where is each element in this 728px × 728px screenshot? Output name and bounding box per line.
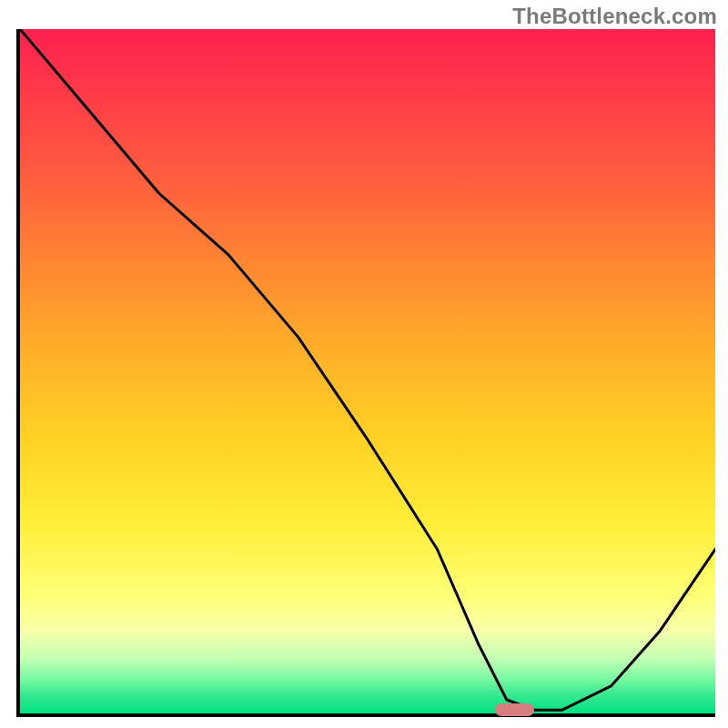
watermark-text: TheBottleneck.com: [512, 4, 717, 29]
bottleneck-curve: [20, 29, 715, 713]
chart-frame: TheBottleneck.com: [0, 0, 728, 728]
plot-area: [16, 29, 715, 717]
optimum-marker: [495, 703, 534, 716]
